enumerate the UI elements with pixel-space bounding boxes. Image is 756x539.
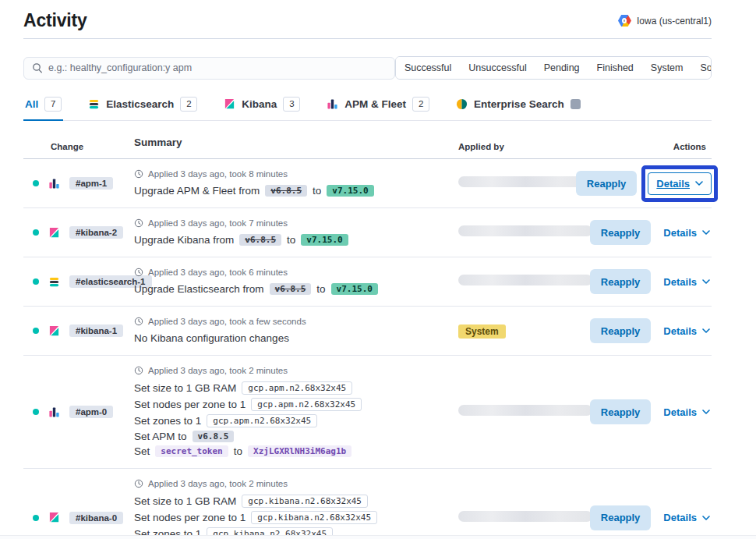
activity-row: #apm-0Applied 3 days ago, took 2 minutes… bbox=[23, 356, 712, 469]
applied-time: Applied 3 days ago, took 7 minutes bbox=[134, 218, 458, 228]
tab-label: Elasticsearch bbox=[106, 98, 174, 110]
value-chip: gcp.apm.n2.68x32x45 bbox=[242, 381, 352, 395]
summary-text: Upgrade Kibana from bbox=[134, 234, 234, 246]
tab-kibana[interactable]: Kibana3 bbox=[222, 95, 302, 121]
page-title: Activity bbox=[23, 10, 87, 31]
applied-time: Applied 3 days ago, took 2 minutes bbox=[134, 366, 458, 375]
summary-text: to bbox=[287, 234, 295, 246]
value-chip: v6.8.5 bbox=[239, 234, 281, 246]
applied-by-cell bbox=[458, 275, 612, 289]
summary-text: to bbox=[313, 185, 321, 197]
applied-by-cell: System bbox=[458, 324, 612, 338]
applied-by-cell bbox=[458, 511, 612, 525]
value-chip: secret_token bbox=[155, 445, 228, 457]
activity-row: #kibana-1Applied 3 days ago, took a few … bbox=[23, 307, 712, 356]
applied-time: Applied 3 days ago, took a few seconds bbox=[134, 317, 458, 326]
details-label: Details bbox=[656, 178, 690, 190]
actions-cell: ReapplyDetails bbox=[612, 505, 712, 530]
page-header: Activity Iowa (us-central1) bbox=[23, 0, 712, 31]
tab-count-badge: 3 bbox=[283, 97, 300, 112]
redacted-email bbox=[458, 275, 592, 285]
summary-text: to bbox=[234, 445, 242, 457]
search-input[interactable] bbox=[48, 62, 387, 73]
change-id-badge: #kibana-2 bbox=[69, 226, 123, 239]
column-header-applied-by: Applied by bbox=[458, 142, 612, 151]
summary-text: Set bbox=[134, 445, 150, 457]
value-chip: v6.8.5 bbox=[265, 185, 307, 197]
reapply-button[interactable]: Reapply bbox=[590, 269, 652, 294]
change-cell: #apm-1 bbox=[23, 177, 134, 190]
clock-icon bbox=[134, 479, 143, 488]
filter-pending[interactable]: Pending bbox=[535, 57, 588, 79]
value-chip: gcp.kibana.n2.68x32x45 bbox=[251, 511, 377, 524]
window-bottom-edge bbox=[0, 535, 756, 539]
details-dropdown[interactable]: Details bbox=[662, 271, 712, 293]
filter-system[interactable]: System bbox=[642, 57, 692, 79]
change-id-badge: #kibana-1 bbox=[69, 324, 123, 337]
summary-line: Set APM tov6.8.5 bbox=[134, 431, 458, 442]
details-dropdown[interactable]: Details bbox=[662, 507, 712, 528]
reapply-button[interactable]: Reapply bbox=[576, 171, 638, 196]
tab-label: Kibana bbox=[242, 98, 277, 110]
summary-text: Set APM to bbox=[134, 431, 187, 442]
column-header-change: Change bbox=[23, 142, 134, 151]
summary-cell: Applied 3 days ago, took 7 minutesUpgrad… bbox=[134, 213, 458, 252]
value-chip: v7.15.0 bbox=[301, 234, 348, 246]
table-body: #apm-1Applied 3 days ago, took 8 minutes… bbox=[23, 159, 712, 539]
applied-time: Applied 3 days ago, took 2 minutes bbox=[134, 479, 458, 488]
reapply-button[interactable]: Reapply bbox=[590, 220, 652, 245]
tab-count-badge: 2 bbox=[180, 97, 197, 112]
change-cell: #kibana-2 bbox=[23, 226, 134, 239]
chevron-down-icon bbox=[702, 230, 710, 235]
reapply-button[interactable]: Reapply bbox=[590, 505, 652, 530]
time-text: Applied 3 days ago, took a few seconds bbox=[148, 317, 306, 326]
value-chip: v6.8.5 bbox=[270, 283, 312, 295]
elasticsearch-icon bbox=[48, 276, 60, 288]
tab-enterprise-search[interactable]: Enterprise Search bbox=[454, 95, 582, 121]
chevron-down-icon bbox=[702, 328, 710, 333]
chevron-down-icon bbox=[702, 410, 710, 414]
summary-text: Set zones to 1 bbox=[134, 415, 201, 427]
actions-cell: ReapplyDetails bbox=[612, 318, 712, 343]
actions-cell: ReapplyDetails bbox=[612, 171, 712, 196]
summary-text: No Kibana configuration changes bbox=[134, 332, 289, 344]
tab-count-placeholder bbox=[571, 99, 581, 109]
details-dropdown[interactable]: Details bbox=[648, 172, 712, 195]
clock-icon bbox=[134, 169, 143, 179]
clock-icon bbox=[134, 218, 143, 228]
filter-label: Finished bbox=[597, 62, 634, 73]
actions-cell: ReapplyDetails bbox=[612, 220, 712, 245]
filter-source[interactable]: Source bbox=[691, 57, 712, 79]
tab-elasticsearch[interactable]: Elasticsearch2 bbox=[87, 95, 199, 121]
product-tabs: All7Elasticsearch2Kibana3APM & Fleet2Ent… bbox=[23, 95, 712, 121]
tab-count-badge: 2 bbox=[412, 97, 429, 112]
reapply-button[interactable]: Reapply bbox=[590, 318, 652, 343]
summary-text: Set size to 1 GB RAM bbox=[134, 495, 236, 507]
filter-label: Source bbox=[700, 62, 712, 73]
summary-line: Set zones to 1gcp.apm.n2.68x32x45 bbox=[134, 414, 458, 427]
summary-text: Set size to 1 GB RAM bbox=[134, 382, 236, 394]
filter-finished[interactable]: Finished bbox=[588, 57, 642, 79]
summary-cell: Applied 3 days ago, took 2 minutesSet si… bbox=[134, 360, 458, 463]
google-cloud-icon bbox=[618, 15, 631, 27]
details-dropdown[interactable]: Details bbox=[662, 402, 712, 423]
filter-successful[interactable]: Successful bbox=[396, 57, 460, 79]
status-filter-group: SuccessfulUnsuccessfulPendingFinishedSys… bbox=[395, 56, 712, 80]
reapply-button[interactable]: Reapply bbox=[590, 399, 652, 424]
redacted-email bbox=[458, 176, 592, 187]
details-dropdown[interactable]: Details bbox=[662, 321, 712, 342]
tab-apm-fleet[interactable]: APM & Fleet2 bbox=[325, 95, 431, 121]
summary-text: to bbox=[316, 283, 325, 295]
tab-all[interactable]: All7 bbox=[23, 95, 63, 121]
details-label: Details bbox=[663, 227, 697, 239]
value-chip: gcp.kibana.n2.68x32x45 bbox=[242, 495, 368, 508]
filter-unsuccessful[interactable]: Unsuccessful bbox=[460, 57, 535, 79]
summary-line: Set nodes per zone to 1gcp.kibana.n2.68x… bbox=[134, 511, 458, 524]
details-dropdown[interactable]: Details bbox=[662, 222, 712, 243]
summary-line: No Kibana configuration changes bbox=[134, 332, 458, 344]
search-bar[interactable] bbox=[23, 57, 395, 80]
column-header-summary: Summary bbox=[134, 133, 458, 151]
change-id-badge: #apm-0 bbox=[69, 406, 113, 418]
status-success-dot bbox=[33, 180, 39, 186]
summary-text: Upgrade APM & Fleet from bbox=[134, 185, 260, 197]
